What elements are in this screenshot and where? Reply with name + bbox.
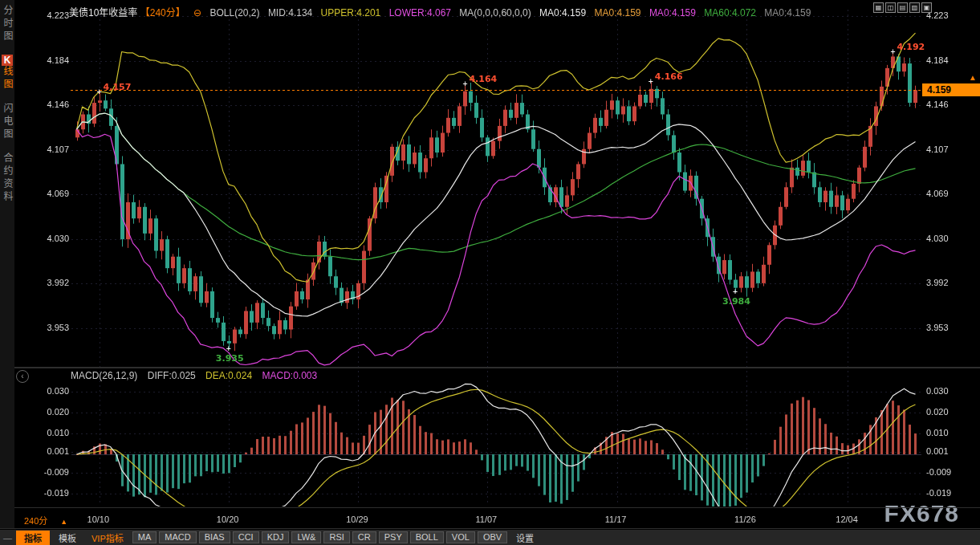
toolbar-item-2[interactable]: VIP指标 xyxy=(85,531,130,545)
toolbar-item-11[interactable]: PSY xyxy=(379,531,408,543)
macd-axis-label-right: -0.019 xyxy=(926,488,951,498)
date-label: 11/17 xyxy=(605,514,627,524)
kline-label: 线图 xyxy=(2,66,13,92)
boll-lower-value: LOWER:4.067 xyxy=(389,7,451,18)
macd-diff-value: DIFF:0.025 xyxy=(148,370,196,381)
price-axis-label-left: 4.146 xyxy=(27,100,69,109)
sidebar-item-flash-chart[interactable]: 闪电图 xyxy=(1,103,14,141)
date-label: 10/29 xyxy=(346,514,368,524)
collapse-minus-icon[interactable]: ⊖ xyxy=(193,7,201,18)
macd-axis-label-right: 0.030 xyxy=(926,386,949,396)
chart-title: 美债10年收益率 xyxy=(69,7,137,18)
xaxis-divider xyxy=(0,507,980,508)
period-selector[interactable]: 240分▲ xyxy=(24,514,67,527)
price-axis-label-left: 3.953 xyxy=(27,323,69,332)
toolbar-item-3[interactable]: MA xyxy=(132,531,157,543)
chart-canvas[interactable] xyxy=(0,0,980,545)
toolbar-item-8[interactable]: LW& xyxy=(291,531,321,543)
ma-group-legend: MA(0,0,0,60,0,0) xyxy=(459,7,531,18)
price-axis-label-left: 4.184 xyxy=(27,55,69,65)
boll-legend: BOLL(20,2) xyxy=(209,7,259,18)
ma0-value-3: MA0:4.159 xyxy=(649,7,696,18)
price-axis-label-left: 4.069 xyxy=(27,189,69,198)
sidebar-item-kline-chart[interactable]: K线图 xyxy=(1,55,14,92)
window-layout-icon-2[interactable]: ◫ xyxy=(885,2,896,13)
macd-axis-label-left: 0.001 xyxy=(27,446,69,456)
date-label: 10/10 xyxy=(87,514,110,524)
ma0-value-1: MA0:4.159 xyxy=(539,7,586,18)
price-up-arrow-icon: ▲ xyxy=(969,73,977,82)
chart-header: 美债10年收益率 【240分】 ⊖ BOLL(20,2) MID:4.134 U… xyxy=(69,5,816,18)
toolbar-item-0[interactable]: 指标 xyxy=(16,531,50,545)
macd-legend: MACD(26,12,9) xyxy=(71,370,137,381)
window-layout-icon-3[interactable]: ▤ xyxy=(897,2,908,13)
toolbar-item-5[interactable]: BIAS xyxy=(199,531,230,543)
window-layout-icon-5[interactable]: ▣ xyxy=(921,2,932,13)
toolbar-item-4[interactable]: MACD xyxy=(159,531,196,543)
ma0-value-4: MA0:4.159 xyxy=(764,7,811,18)
macd-axis-label-right: 0.010 xyxy=(926,428,949,437)
sidebar: 分时图 K线图 闪电图 合约资料 xyxy=(0,0,14,528)
toolbar-item-7[interactable]: KDJ xyxy=(262,531,290,543)
macd-axis-label-left: 0.020 xyxy=(27,407,69,417)
period-arrow-icon[interactable]: ▲ xyxy=(60,518,67,526)
price-axis-label-right: 4.107 xyxy=(926,144,949,154)
toolbar-divider xyxy=(0,528,980,529)
boll-upper-value: UPPER:4.201 xyxy=(321,7,381,18)
window-layout-icon-4[interactable]: ▥ xyxy=(909,2,920,13)
macd-axis-label-left: 0.010 xyxy=(27,428,69,437)
bottom-toolbar: — 指标模板VIP指标MAMACDBIASCCIKDJLW&RSICRPSYBO… xyxy=(0,530,980,545)
macd-axis-label-right: 0.001 xyxy=(926,446,949,456)
toolbar-collapse-icon[interactable]: — xyxy=(3,533,12,543)
sidebar-item-time-chart[interactable]: 分时图 xyxy=(1,5,14,43)
toolbar-item-13[interactable]: VOL xyxy=(446,531,475,543)
macd-axis-label-left: 0.030 xyxy=(27,386,69,396)
macd-panel-collapse-icon[interactable]: ‹ xyxy=(16,370,29,383)
macd-header: MACD(26,12,9) DIFF:0.025 DEA:0.024 MACD:… xyxy=(71,370,324,381)
price-axis-label-right: 4.030 xyxy=(926,234,949,243)
date-label: 10/20 xyxy=(217,514,239,524)
ma60-value: MA60:4.072 xyxy=(704,7,756,18)
price-axis-label-right: 4.184 xyxy=(926,55,949,65)
toolbar-item-14[interactable]: OBV xyxy=(478,531,507,543)
price-axis-label-left: 4.030 xyxy=(27,234,69,243)
price-axis-label-left: 4.107 xyxy=(27,144,69,154)
watermark: FX678 xyxy=(884,500,959,527)
price-axis-label-right: 3.953 xyxy=(926,323,949,332)
boll-mid-value: MID:4.134 xyxy=(268,7,312,18)
ma0-value-2: MA0:4.159 xyxy=(594,7,640,18)
date-label: 11/26 xyxy=(734,514,756,524)
sidebar-item-contract-info[interactable]: 合约资料 xyxy=(1,153,14,204)
price-axis-label-left: 4.223 xyxy=(27,10,69,20)
macd-dea-value: DEA:0.024 xyxy=(205,370,252,381)
window-layout-icon-1[interactable]: ▦ xyxy=(873,2,884,13)
kline-k-badge: K xyxy=(2,55,13,66)
macd-axis-label-left: -0.019 xyxy=(27,488,69,498)
toolbar-item-12[interactable]: BOLL xyxy=(410,531,444,543)
macd-macd-value: MACD:0.003 xyxy=(262,370,317,381)
price-axis-label-right: 4.146 xyxy=(926,100,949,109)
price-axis-label-right: 4.069 xyxy=(926,189,949,198)
toolbar-item-1[interactable]: 模板 xyxy=(52,531,83,545)
chart-period[interactable]: 【240分】 xyxy=(140,7,185,18)
price-axis-label-right: 3.992 xyxy=(926,278,949,287)
date-label: 11/07 xyxy=(475,514,497,524)
toolbar-item-10[interactable]: CR xyxy=(352,531,376,543)
toolbar-item-6[interactable]: CCI xyxy=(233,531,259,543)
macd-axis-label-right: -0.009 xyxy=(926,467,951,477)
window-layout-controls: ▦ ◫ ▤ ▥ ▣ xyxy=(873,2,932,13)
macd-axis-label-left: -0.009 xyxy=(27,467,69,477)
toolbar-item-15[interactable]: 设置 xyxy=(510,531,540,545)
current-price-badge: 4.159 xyxy=(922,83,980,96)
price-axis-label-left: 3.992 xyxy=(27,278,69,287)
macd-axis-label-right: 0.020 xyxy=(926,407,949,417)
date-label: 12/04 xyxy=(836,514,858,524)
toolbar-item-9[interactable]: RSI xyxy=(323,531,349,543)
panel-divider xyxy=(0,367,980,368)
period-label: 240分 xyxy=(24,516,47,526)
